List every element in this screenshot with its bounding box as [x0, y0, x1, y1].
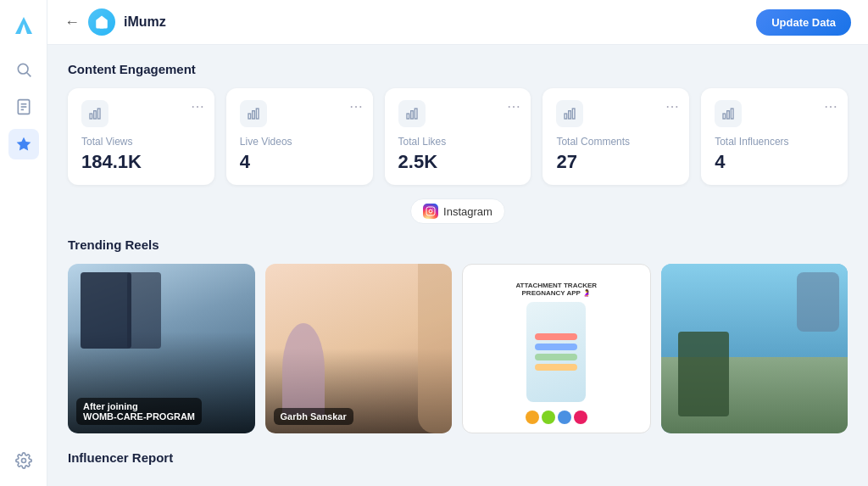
stat-value-live: 4 [240, 151, 359, 173]
svg-line-2 [26, 73, 31, 77]
back-button[interactable]: ← [64, 14, 80, 31]
sidebar-item-search[interactable] [8, 54, 39, 85]
stat-value-comments: 27 [556, 151, 676, 173]
trending-reels-title: Trending Reels [68, 237, 848, 252]
app-logo [8, 10, 39, 41]
chart-icon-comments [556, 100, 583, 127]
svg-rect-19 [573, 109, 576, 119]
chart-icon-likes [398, 100, 426, 127]
card-menu-comments[interactable]: ⋯ [665, 98, 679, 115]
sidebar-item-settings[interactable] [8, 445, 39, 476]
svg-rect-23 [426, 207, 435, 215]
card-menu-live[interactable]: ⋯ [349, 98, 363, 115]
sidebar [0, 0, 47, 486]
svg-marker-0 [15, 17, 32, 34]
svg-rect-14 [407, 114, 409, 119]
svg-point-7 [21, 459, 25, 463]
chart-icon-influencers [715, 100, 742, 127]
svg-rect-21 [727, 111, 730, 119]
svg-rect-13 [256, 109, 259, 119]
stat-card-likes: ⋯ Total Likes 2.5K [385, 88, 531, 185]
stat-value-influencers: 4 [715, 151, 834, 173]
svg-rect-22 [732, 109, 734, 119]
svg-rect-15 [410, 111, 413, 119]
stat-label-views: Total Views [81, 136, 201, 148]
svg-point-25 [432, 209, 433, 209]
reel-card-3[interactable]: ATTACHMENT TRACKERPREGNANCY APP 🤰 [462, 264, 651, 433]
content-engagement-title: Content Engagement [68, 62, 848, 76]
svg-rect-10 [97, 109, 100, 119]
svg-rect-17 [565, 114, 567, 119]
stat-value-likes: 2.5K [398, 151, 518, 173]
card-menu-likes[interactable]: ⋯ [507, 98, 520, 115]
stat-card-live-videos: ⋯ Live Videos 4 [226, 88, 373, 185]
header: ← iMumz Update Data [47, 0, 868, 45]
brand-icon [88, 8, 115, 36]
instagram-pill[interactable]: Instagram [410, 198, 505, 224]
reels-grid: After joiningWOMB-CARE-PROGRAM Garbh San… [68, 264, 848, 433]
influencer-report-title: Influencer Report [68, 450, 173, 465]
sidebar-item-campaigns[interactable] [8, 129, 39, 159]
instagram-label: Instagram [443, 205, 492, 218]
stat-card-influencers: ⋯ Total Influencers 4 [701, 88, 848, 185]
update-data-button[interactable]: Update Data [756, 9, 851, 36]
reel-2-caption: Garbh Sanskar [274, 408, 353, 425]
reel-card-2[interactable]: Garbh Sanskar [265, 264, 453, 433]
stat-label-influencers: Total Influencers [715, 136, 834, 148]
stat-card-views: ⋯ Total Views 184.1K [68, 88, 214, 185]
page-title: iMumz [124, 14, 166, 30]
main-content: ← iMumz Update Data Content Engagement ⋯… [47, 0, 868, 486]
stat-value-views: 184.1K [81, 151, 201, 173]
card-menu-views[interactable]: ⋯ [191, 98, 204, 115]
chart-icon-views [81, 100, 108, 127]
svg-rect-12 [252, 111, 254, 119]
svg-rect-16 [415, 109, 417, 119]
chart-icon-live [240, 100, 267, 127]
reel-card-1[interactable]: After joiningWOMB-CARE-PROGRAM [68, 264, 255, 433]
svg-rect-9 [94, 111, 97, 119]
influencer-report-section: Influencer Report [68, 450, 848, 465]
stat-label-live: Live Videos [240, 136, 359, 148]
card-menu-influencers[interactable]: ⋯ [824, 98, 837, 115]
instagram-badge-container: Instagram [68, 198, 848, 224]
stat-cards-container: ⋯ Total Views 184.1K ⋯ Live Videos [68, 88, 848, 185]
stat-card-comments: ⋯ Total Comments 27 [542, 88, 689, 185]
svg-point-24 [429, 209, 432, 213]
svg-rect-18 [569, 111, 571, 119]
content-area: Content Engagement ⋯ Total Views 184.1K … [47, 45, 868, 486]
svg-rect-11 [248, 114, 251, 119]
reel-card-4[interactable] [661, 264, 849, 433]
sidebar-bottom [8, 445, 39, 476]
instagram-icon [423, 204, 438, 219]
sidebar-item-document[interactable] [8, 92, 39, 122]
svg-point-1 [18, 64, 28, 74]
svg-rect-8 [90, 114, 92, 119]
reel-1-caption: After joiningWOMB-CARE-PROGRAM [76, 398, 202, 425]
stat-label-likes: Total Likes [398, 136, 518, 148]
svg-rect-20 [723, 114, 726, 119]
stat-label-comments: Total Comments [556, 136, 676, 148]
